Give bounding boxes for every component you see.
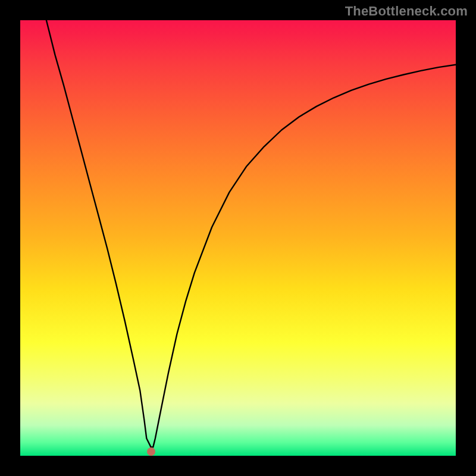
bottleneck-curve [46,20,456,447]
curve-svg [20,20,456,456]
watermark-text: TheBottleneck.com [345,4,468,19]
minimum-marker [147,447,155,456]
chart-frame: TheBottleneck.com [0,0,476,476]
plot-area [20,20,456,456]
